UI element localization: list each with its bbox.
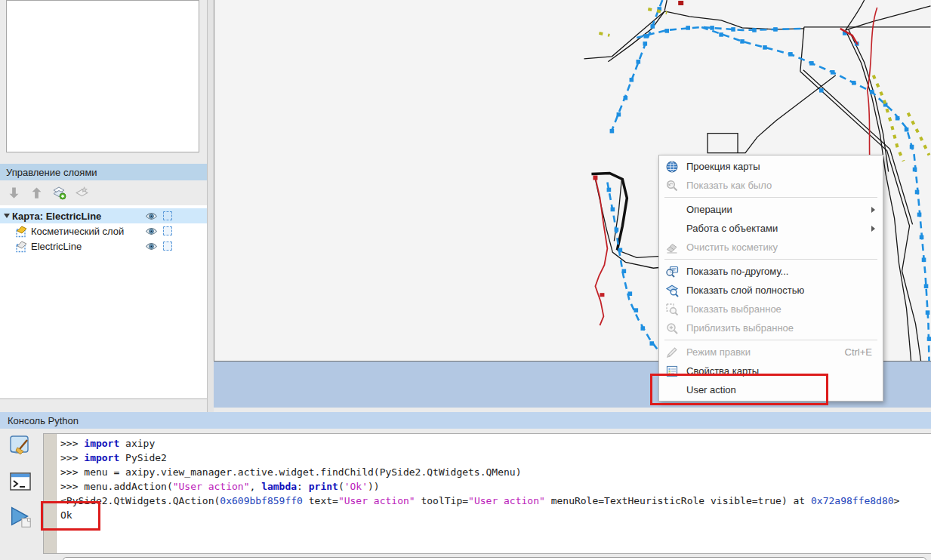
no-icon — [664, 383, 680, 398]
console-line: <PySide2.QtWidgets.QAction(0x609bbf859ff… — [60, 494, 899, 508]
menu-item-label: Свойства карты — [686, 365, 759, 377]
selection-box-icon — [163, 242, 172, 251]
console-line: >>> import axipy — [60, 436, 899, 451]
zoom-in-selected-icon — [664, 321, 680, 336]
menu-item-label: Показать слой полностью — [686, 285, 804, 296]
dock-splitter[interactable] — [207, 0, 214, 412]
menu-item-label: Показать выбранное — [686, 303, 781, 315]
terminal-icon — [8, 469, 33, 497]
layer-label: Карта: ElectricLine — [12, 211, 101, 222]
menu-item-label: Очистить косметику — [686, 242, 778, 253]
run-script-button[interactable] — [6, 504, 35, 533]
move-layer-down-button[interactable] — [5, 185, 23, 203]
console-lines: >>> import axipy>>> import PySide2>>> me… — [60, 436, 899, 522]
cosmetic-layer-icon — [14, 225, 28, 238]
no-icon — [664, 202, 680, 217]
left-dock: Управление слоями Карта: ElectricLineКос… — [0, 0, 207, 412]
console-line: >>> import PySide2 — [60, 451, 899, 465]
menu-item-operations[interactable]: Операции — [659, 200, 883, 219]
menu-item-label: Работа с объектами — [686, 223, 778, 234]
no-icon — [664, 221, 680, 236]
menu-item-label: Режим правки — [686, 346, 751, 358]
python-console: >>> import axipy>>> import PySide2>>> me… — [0, 429, 931, 560]
menu-item-zoom-to-selected[interactable]: Приблизить выбранное — [659, 318, 883, 337]
tree-row-cosmetic-layer[interactable]: Косметический слой — [0, 223, 207, 238]
console-line: >>> menu = axipy.view_manager.active.wid… — [60, 465, 899, 479]
menu-item-label: Операции — [686, 204, 732, 215]
menu-item-show-differently[interactable]: Показать по-другому... — [659, 262, 883, 281]
menu-item-show-as-before[interactable]: Показать как было — [659, 176, 883, 195]
menu-item-edit-mode[interactable]: Режим правкиCtrl+E — [659, 343, 883, 362]
view-options-icon — [664, 264, 680, 279]
float-panel-button[interactable] — [180, 167, 190, 177]
close-panel-button[interactable] — [193, 167, 204, 177]
zoom-selected-icon — [664, 302, 680, 317]
clear-console-button[interactable] — [6, 433, 35, 462]
run-script-icon — [8, 504, 33, 533]
arrow-up-icon — [29, 186, 44, 203]
pencil-toggle[interactable] — [175, 224, 191, 238]
tag-toggle[interactable] — [191, 239, 207, 253]
preview-panel — [6, 0, 199, 152]
selection-box-icon — [163, 226, 172, 235]
eye-toggle[interactable] — [143, 239, 159, 253]
menu-item-show-selected[interactable]: Показать выбранное — [659, 300, 883, 318]
console-input[interactable] — [63, 557, 926, 560]
map-properties-icon — [664, 364, 680, 379]
application-window: Управление слоями Карта: ElectricLineКос… — [0, 0, 931, 560]
menu-item-user-action[interactable]: User action — [659, 380, 883, 399]
menu-item-show-layer-fully[interactable]: Показать слой полностью — [659, 281, 883, 300]
menu-item-map-projection[interactable]: Проекция карты — [659, 157, 883, 176]
tree-row-map[interactable]: Карта: ElectricLine — [0, 208, 207, 223]
pencil-icon — [664, 345, 680, 360]
selection-box-icon — [163, 211, 172, 220]
empty-slot — [191, 224, 207, 238]
console-output-area[interactable]: >>> import axipy>>> import PySide2>>> me… — [43, 433, 931, 554]
arrow-down-icon — [7, 186, 21, 203]
map-context-menu: Проекция картыПоказать как былоОперацииР… — [658, 155, 883, 402]
console-gutter — [44, 434, 57, 553]
selection-toggle[interactable] — [159, 224, 175, 238]
console-header: Консоль Python — [0, 412, 931, 429]
menu-separator — [664, 197, 877, 198]
eye-toggle[interactable] — [143, 224, 159, 238]
layers-tree: Карта: ElectricLineКосметический слойEle… — [0, 205, 207, 399]
tag-toggle[interactable] — [191, 209, 207, 223]
previous-view-icon — [664, 178, 680, 193]
menu-item-clear-cosmetics[interactable]: Очистить косметику — [659, 238, 883, 257]
vector-layer-icon — [14, 240, 28, 253]
globe-icon — [664, 159, 680, 174]
layers-panel-header: Управление слоями — [0, 164, 207, 180]
menu-shortcut: Ctrl+E — [845, 346, 872, 358]
add-layer-icon — [52, 186, 66, 203]
menu-item-label: Показать по-другому... — [686, 266, 788, 277]
menu-separator — [664, 259, 877, 260]
clear-console-icon — [8, 433, 33, 462]
console-toolbar — [6, 433, 39, 540]
terminal-button[interactable] — [6, 469, 35, 497]
menu-item-label: Показать как было — [686, 180, 772, 191]
submenu-arrow-icon — [871, 207, 875, 213]
menu-item-label: Приблизить выбранное — [686, 322, 794, 334]
eye-toggle[interactable] — [143, 209, 159, 223]
console-line: Ok — [60, 508, 899, 522]
menu-item-label: User action — [686, 384, 736, 395]
empty-slot — [175, 209, 191, 223]
move-layer-up-button[interactable] — [27, 185, 45, 203]
layers-toolbar — [0, 183, 91, 205]
layer-style-icon — [75, 186, 89, 203]
pencil-toggle[interactable] — [175, 239, 191, 253]
selection-toggle[interactable] — [159, 209, 175, 223]
eye-icon — [145, 212, 158, 220]
eye-icon — [145, 227, 158, 235]
layer-label: ElectricLine — [31, 241, 82, 252]
menu-item-map-properties[interactable]: Свойства карты — [659, 362, 883, 380]
submenu-arrow-icon — [871, 226, 875, 232]
layer-style-button[interactable] — [72, 185, 91, 203]
add-layer-button[interactable] — [50, 185, 68, 203]
tree-row-electricline[interactable]: ElectricLine — [0, 238, 207, 254]
selection-toggle[interactable] — [159, 239, 175, 253]
menu-item-work-with-objects[interactable]: Работа с объектами — [659, 219, 883, 238]
eye-icon — [145, 242, 158, 251]
expander-icon[interactable] — [4, 214, 10, 218]
